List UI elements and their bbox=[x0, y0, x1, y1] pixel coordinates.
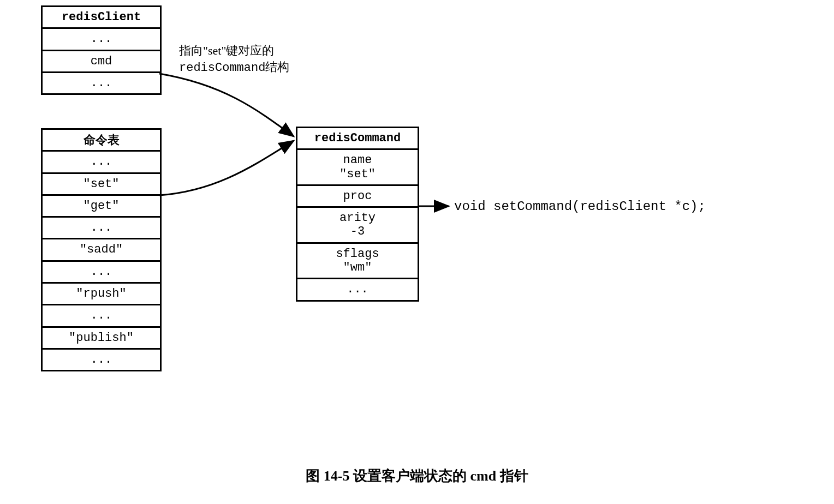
function-signature: void setCommand(redisClient *c); bbox=[454, 199, 706, 214]
redis-client-title: redisClient bbox=[43, 7, 160, 27]
figure-caption: 图 14-5 设置客户端状态的 cmd 指针 bbox=[0, 466, 834, 485]
pointer-annotation: 指向"set"键对应的 redisCommand结构 bbox=[179, 43, 289, 76]
command-table-row: ... bbox=[43, 150, 160, 172]
redis-command-title: redisCommand bbox=[297, 128, 418, 148]
command-table-row: ... bbox=[43, 304, 160, 326]
command-table-row: ... bbox=[43, 348, 160, 370]
redis-command-row: ... bbox=[297, 278, 418, 299]
command-table-title: 命令表 bbox=[43, 130, 160, 150]
redis-command-row-name: name "set" bbox=[297, 148, 418, 184]
redis-command-struct: redisCommand name "set" proc arity -3 sf… bbox=[296, 127, 419, 302]
command-table-row: "rpush" bbox=[43, 282, 160, 304]
redis-command-row-sflags: sflags "wm" bbox=[297, 242, 418, 278]
command-table-row: ... bbox=[43, 216, 160, 238]
redis-client-row-cmd: cmd bbox=[43, 50, 160, 71]
redis-command-row-proc: proc bbox=[297, 184, 418, 206]
redis-command-row-arity: arity -3 bbox=[297, 206, 418, 242]
arrow-cmd-to-rediscommand bbox=[159, 74, 294, 136]
command-table-row: ... bbox=[43, 260, 160, 282]
command-table-row: "sadd" bbox=[43, 238, 160, 260]
redis-client-row: ... bbox=[43, 27, 160, 49]
annotation-line2-prefix: redisCommand bbox=[179, 61, 265, 75]
command-table-row: "publish" bbox=[43, 326, 160, 348]
command-table-struct: 命令表 ... "set" "get" ... "sadd" ... "rpus… bbox=[41, 128, 162, 371]
command-table-row: "get" bbox=[43, 194, 160, 216]
diagram-canvas: redisClient ... cmd ... 命令表 ... "set" "g… bbox=[0, 0, 834, 504]
annotation-line1: 指向"set"键对应的 bbox=[179, 44, 274, 57]
annotation-line2-suffix: 结构 bbox=[265, 60, 289, 74]
redis-client-struct: redisClient ... cmd ... bbox=[41, 5, 162, 95]
arrow-set-to-rediscommand bbox=[159, 141, 294, 195]
redis-client-row: ... bbox=[43, 71, 160, 93]
command-table-row-set: "set" bbox=[43, 172, 160, 194]
